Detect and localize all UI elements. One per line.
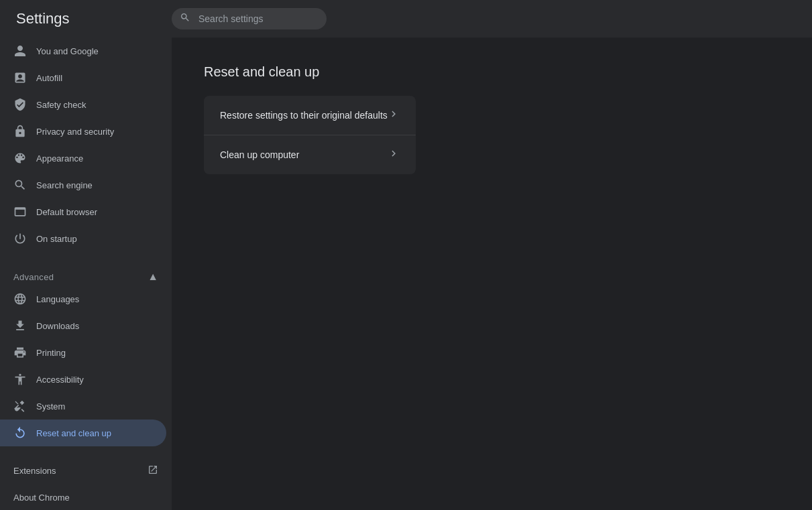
page-title: Reset and clean up (204, 64, 416, 80)
sidebar-item-extensions[interactable]: Extensions (0, 457, 172, 484)
sidebar-item-label: Default browser (36, 207, 97, 217)
sidebar-item-on-startup[interactable]: On startup (0, 225, 166, 252)
globe-icon (13, 292, 27, 306)
sidebar-item-about-chrome[interactable]: About Chrome (0, 484, 172, 510)
download-icon (13, 319, 27, 332)
sidebar-item-you-and-google[interactable]: You and Google (0, 38, 166, 64)
external-link-icon (148, 464, 158, 477)
sidebar-item-label: Appearance (36, 153, 83, 164)
sidebar-item-label: On startup (36, 234, 77, 244)
extensions-label: Extensions (13, 466, 56, 476)
sidebar-item-system[interactable]: System (0, 393, 166, 420)
reset-options-card: Restore settings to their original defau… (204, 96, 416, 174)
chevron-right-icon-2 (388, 147, 400, 162)
clean-up-computer-item[interactable]: Clean up computer (204, 135, 416, 174)
wrench-icon (13, 399, 27, 413)
sidebar-item-label: System (36, 401, 65, 411)
sidebar-item-label: Safety check (36, 100, 86, 110)
sidebar-item-languages[interactable]: Languages (0, 285, 166, 312)
sidebar-item-label: Accessibility (36, 375, 84, 385)
advanced-section-header[interactable]: Advanced ▲ (0, 263, 172, 285)
lock-icon (13, 125, 27, 138)
reset-icon (13, 426, 27, 440)
main-content: Reset and clean up Restore settings to t… (172, 38, 448, 510)
accessibility-icon (13, 373, 27, 386)
sidebar-item-label: Autofill (36, 73, 62, 83)
about-chrome-label: About Chrome (13, 493, 70, 503)
sidebar-item-autofill[interactable]: Autofill (0, 64, 166, 91)
sidebar-item-label: Search engine (36, 180, 93, 190)
search-input[interactable] (172, 8, 327, 29)
search-icon (180, 12, 190, 25)
sidebar-item-safety-check[interactable]: Safety check (0, 91, 166, 118)
startup-icon (13, 232, 27, 245)
sidebar-item-label: Privacy and security (36, 127, 114, 137)
search-bar-wrapper (172, 8, 796, 29)
autofill-icon (13, 71, 27, 84)
print-icon (13, 346, 27, 359)
sidebar-item-label: Reset and clean up (36, 428, 111, 438)
shield-icon (13, 98, 27, 111)
person-icon (13, 44, 27, 58)
topbar: Settings (0, 0, 812, 38)
browser-icon (13, 205, 27, 218)
advanced-nav: Languages Downloads Printing (0, 285, 172, 446)
sidebar-item-printing[interactable]: Printing (0, 339, 166, 366)
sidebar-item-label: Languages (36, 294, 79, 304)
advanced-label: Advanced (13, 272, 54, 282)
restore-settings-label: Restore settings to their original defau… (220, 110, 388, 121)
app-title: Settings (0, 10, 172, 27)
sidebar-item-default-browser[interactable]: Default browser (0, 198, 166, 225)
sidebar-item-downloads[interactable]: Downloads (0, 312, 166, 339)
sidebar-item-reset-clean-up[interactable]: Reset and clean up (0, 420, 166, 446)
sidebar-main-nav: You and Google Autofill Safety check (0, 38, 172, 252)
chevron-right-icon (388, 108, 400, 123)
search-engine-icon (13, 178, 27, 192)
sidebar-item-label: Printing (36, 348, 66, 358)
sidebar-item-label: Downloads (36, 321, 79, 331)
sidebar-item-search-engine[interactable]: Search engine (0, 172, 166, 198)
palette-icon (13, 151, 27, 165)
chevron-up-icon: ▲ (148, 271, 158, 283)
clean-up-computer-label: Clean up computer (220, 149, 299, 160)
sidebar-item-appearance[interactable]: Appearance (0, 145, 166, 172)
layout: You and Google Autofill Safety check (0, 38, 448, 510)
sidebar: You and Google Autofill Safety check (0, 38, 172, 510)
sidebar-item-accessibility[interactable]: Accessibility (0, 366, 166, 393)
sidebar-item-label: You and Google (36, 46, 99, 56)
restore-settings-item[interactable]: Restore settings to their original defau… (204, 96, 416, 135)
sidebar-item-privacy-security[interactable]: Privacy and security (0, 118, 166, 145)
